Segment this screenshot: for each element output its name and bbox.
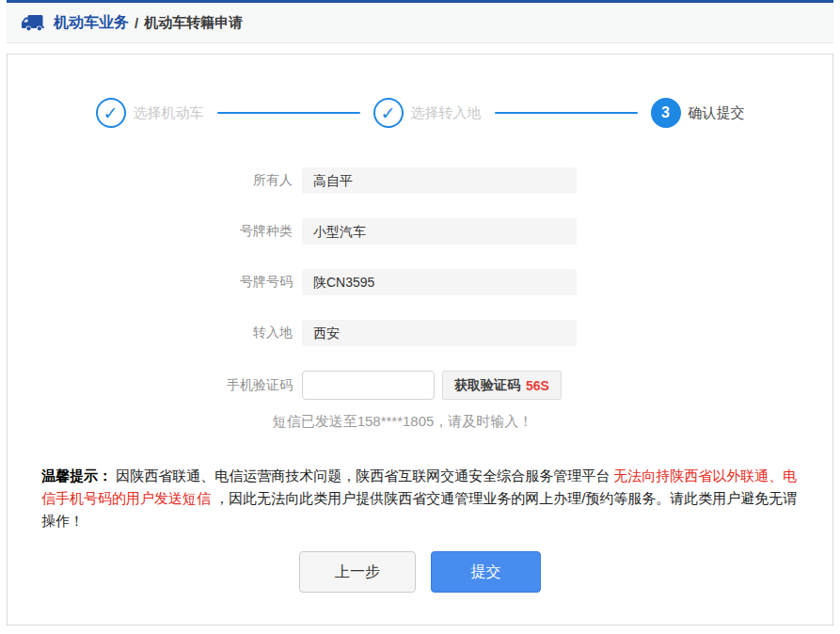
- step-connector-line: [217, 112, 360, 114]
- step-connector-line: [495, 112, 638, 114]
- get-code-button[interactable]: 获取验证码 56S: [442, 371, 562, 400]
- form-row-sms-code: 手机验证码 获取验证码 56S: [8, 371, 832, 400]
- action-buttons: 上一步 提交: [8, 551, 832, 593]
- get-code-button-label: 获取验证码: [454, 377, 520, 394]
- step3-label: 确认提交: [689, 104, 745, 122]
- plate-type-value: 小型汽车: [302, 218, 577, 245]
- sms-code-input[interactable]: [302, 371, 435, 400]
- breadcrumb-separator: /: [135, 15, 138, 31]
- form-row-owner: 所有人 高自平: [8, 167, 832, 194]
- form-row-destination: 转入地 西安: [8, 320, 832, 346]
- step1-check-icon: ✓: [96, 98, 126, 128]
- warm-tip-paragraph: 温馨提示： 因陕西省联通、电信运营商技术问题，陕西省互联网交通安全综合服务管理平…: [41, 465, 799, 532]
- step3-number-badge: 3: [651, 98, 681, 128]
- previous-step-button[interactable]: 上一步: [299, 551, 416, 593]
- step1-label: 选择机动车: [134, 104, 204, 122]
- warm-tip-text-1: 因陕西省联通、电信运营商技术问题，陕西省互联网交通安全综合服务管理平台: [116, 468, 613, 483]
- plate-number-label: 号牌号码: [8, 274, 302, 291]
- confirm-form: 所有人 高自平 号牌种类 小型汽车 号牌号码 陕CN3595 转入地 西安 手机…: [8, 167, 832, 431]
- destination-label: 转入地: [8, 325, 302, 341]
- destination-value: 西安: [302, 320, 577, 346]
- countdown-timer: 56S: [526, 378, 549, 393]
- step2-check-icon: ✓: [373, 98, 404, 128]
- sms-sent-notice: 短信已发送至158****1805，请及时输入！: [218, 413, 587, 431]
- breadcrumb: 机动车业务 / 机动车转籍申请: [7, 0, 833, 43]
- warm-tip-title: 温馨提示：: [41, 468, 112, 483]
- sms-code-label: 手机验证码: [8, 377, 302, 394]
- owner-value: 高自平: [302, 167, 577, 194]
- step2-label: 选择转入地: [411, 104, 482, 122]
- plate-type-label: 号牌种类: [8, 223, 302, 240]
- breadcrumb-section[interactable]: 机动车业务: [54, 13, 129, 33]
- step-indicator: ✓ 选择机动车 ✓ 选择转入地 3 确认提交: [8, 98, 832, 128]
- owner-label: 所有人: [8, 172, 302, 189]
- plate-number-value: 陕CN3595: [302, 269, 577, 295]
- form-row-plate-number: 号牌号码 陕CN3595: [8, 269, 832, 295]
- form-row-plate-type: 号牌种类 小型汽车: [8, 218, 832, 245]
- truck-icon: [21, 13, 45, 32]
- main-panel: ✓ 选择机动车 ✓ 选择转入地 3 确认提交 所有人 高自平 号牌种类 小型汽车…: [7, 54, 833, 626]
- breadcrumb-page-title: 机动车转籍申请: [144, 14, 243, 32]
- submit-button[interactable]: 提交: [431, 551, 541, 593]
